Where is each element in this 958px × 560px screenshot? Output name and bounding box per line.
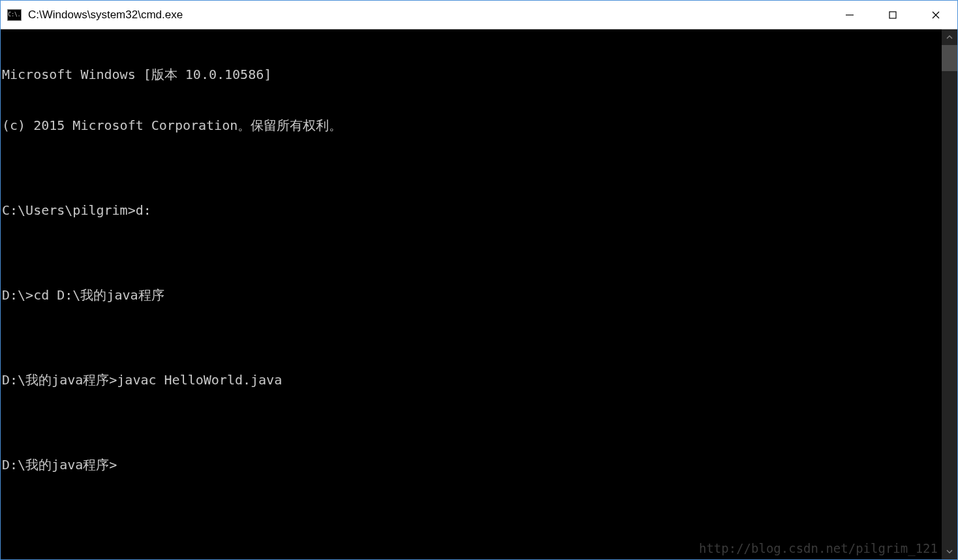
scroll-thumb[interactable] <box>942 45 957 71</box>
console-line: (c) 2015 Microsoft Corporation。保留所有权利。 <box>2 117 942 134</box>
console-area[interactable]: Microsoft Windows [版本 10.0.10586] (c) 20… <box>1 29 957 559</box>
cmd-icon: C:\. <box>7 9 22 21</box>
chevron-down-icon <box>946 548 953 555</box>
cmd-icon-label: C:\. <box>8 12 20 18</box>
cmd-window: C:\. C:\Windows\system32\cmd.exe Microso… <box>0 0 958 560</box>
console-line: Microsoft Windows [版本 10.0.10586] <box>2 66 942 83</box>
console-line: D:\我的java程序> <box>2 456 942 473</box>
close-button[interactable] <box>914 1 957 29</box>
console-line: D:\>cd D:\我的java程序 <box>2 287 942 303</box>
window-title: C:\Windows\system32\cmd.exe <box>28 8 828 22</box>
chevron-up-icon <box>946 34 953 40</box>
console-line: D:\我的java程序>javac HelloWorld.java <box>2 371 942 388</box>
minimize-icon <box>845 10 854 20</box>
scroll-down-button[interactable] <box>942 544 957 559</box>
vertical-scrollbar[interactable] <box>942 29 957 559</box>
console-output[interactable]: Microsoft Windows [版本 10.0.10586] (c) 20… <box>1 29 942 559</box>
close-icon <box>931 10 940 20</box>
window-controls <box>828 1 957 29</box>
maximize-icon <box>888 10 897 20</box>
scroll-up-button[interactable] <box>942 29 957 45</box>
titlebar[interactable]: C:\. C:\Windows\system32\cmd.exe <box>1 1 957 29</box>
maximize-button[interactable] <box>871 1 914 29</box>
minimize-button[interactable] <box>828 1 871 29</box>
svg-rect-1 <box>889 12 896 18</box>
console-line: C:\Users\pilgrim>d: <box>2 202 942 219</box>
